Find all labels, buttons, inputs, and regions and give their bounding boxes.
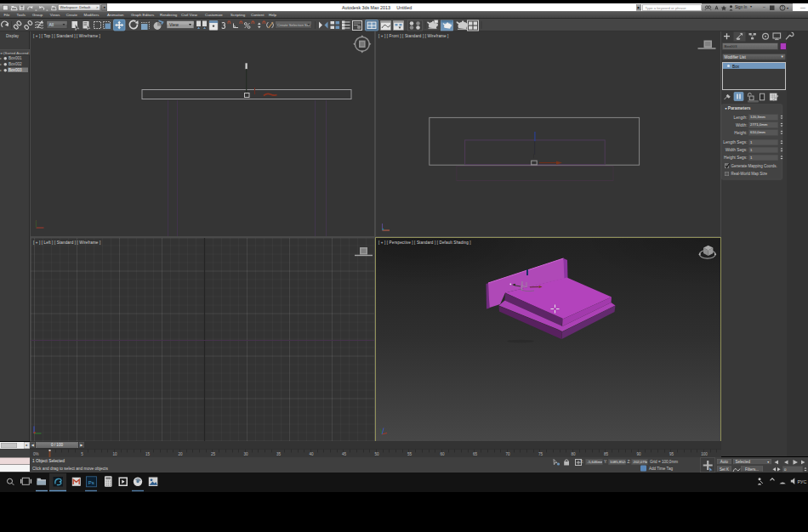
svg-text:▾: ▾ bbox=[787, 6, 788, 10]
svg-text:Create Selection Set: Create Selection Set bbox=[277, 23, 310, 27]
svg-text:All: All bbox=[49, 22, 54, 27]
svg-text:Ps: Ps bbox=[88, 480, 94, 485]
svg-text:View: View bbox=[169, 22, 179, 27]
svg-text:РУС: РУС bbox=[798, 479, 807, 484]
svg-text:?: ? bbox=[782, 6, 784, 10]
